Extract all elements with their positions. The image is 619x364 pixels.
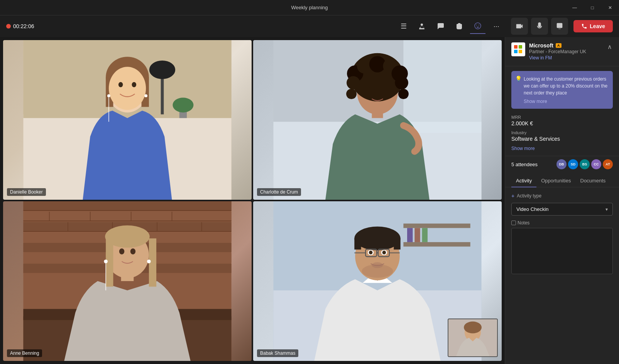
camera-button[interactable] bbox=[511, 18, 528, 35]
video-cell-danielle-booker: Danielle Booker bbox=[3, 40, 252, 200]
notes-label: Notes bbox=[511, 220, 613, 226]
add-activity-icon: + bbox=[511, 193, 514, 199]
partner-badge: A bbox=[556, 43, 561, 48]
svg-point-65 bbox=[147, 260, 151, 263]
svg-point-14 bbox=[132, 82, 137, 87]
close-button[interactable]: ✕ bbox=[601, 0, 619, 15]
tab-activity[interactable]: Activity bbox=[511, 174, 536, 187]
avatar-at[interactable]: AT bbox=[603, 159, 613, 169]
svg-point-88 bbox=[372, 262, 383, 268]
tab-documents[interactable]: Documents bbox=[576, 174, 611, 187]
svg-rect-36 bbox=[23, 201, 231, 211]
recording-badge: 00:22:06 bbox=[6, 23, 34, 29]
self-view-thumbnail bbox=[448, 318, 498, 357]
industry-value: Software & Services bbox=[511, 136, 613, 142]
svg-point-91 bbox=[464, 322, 482, 334]
video-grid: Danielle Booker bbox=[0, 37, 505, 364]
recording-time: 00:22:06 bbox=[13, 23, 34, 29]
company-subtitle: Partner - ForceManager UK bbox=[529, 49, 586, 54]
svg-point-0 bbox=[475, 23, 481, 29]
raise-hand-icon[interactable] bbox=[452, 19, 467, 34]
insight-show-more[interactable]: Show more bbox=[516, 99, 608, 104]
notes-checkbox[interactable] bbox=[511, 221, 516, 225]
reactions-icon[interactable] bbox=[470, 19, 485, 34]
svg-point-29 bbox=[347, 76, 360, 89]
view-fm-link[interactable]: View in FM bbox=[529, 55, 586, 61]
ms-logo-yellow bbox=[519, 50, 522, 53]
mrr-stat: MRR 2.000K € bbox=[511, 115, 613, 126]
ms-logo-green bbox=[519, 45, 522, 49]
maximize-button[interactable]: □ bbox=[583, 0, 601, 15]
svg-rect-72 bbox=[422, 228, 428, 242]
more-options-icon[interactable]: ··· bbox=[489, 19, 504, 34]
video-label-babak: Babak Shammas bbox=[257, 349, 298, 357]
video-label-danielle: Danielle Booker bbox=[7, 188, 46, 196]
svg-rect-76 bbox=[354, 238, 361, 249]
attendees-label: 5 attendees bbox=[511, 162, 538, 167]
chat-icon[interactable] bbox=[433, 19, 448, 34]
activity-dropdown-value: Video Checkin bbox=[516, 206, 549, 212]
toolbar-icons: ☰ ··· bbox=[396, 19, 504, 34]
collapse-button[interactable]: ∧ bbox=[607, 42, 613, 51]
svg-point-30 bbox=[395, 76, 408, 89]
svg-rect-37 bbox=[23, 212, 231, 221]
sidebar-panel: Microsoft A Partner - ForceManager UK Vi… bbox=[505, 37, 619, 364]
svg-point-60 bbox=[105, 226, 150, 248]
svg-point-34 bbox=[381, 86, 386, 92]
stats-show-more[interactable]: Show more bbox=[511, 146, 613, 151]
industry-label: Industry bbox=[511, 130, 613, 135]
svg-point-13 bbox=[118, 82, 123, 87]
minimize-button[interactable]: — bbox=[566, 0, 583, 15]
company-header: Microsoft A Partner - ForceManager UK Vi… bbox=[505, 37, 619, 66]
share-screen-button[interactable] bbox=[551, 18, 568, 35]
avatar-bs[interactable]: BS bbox=[580, 159, 590, 169]
activity-type-row: + Activity type bbox=[511, 193, 613, 199]
window-title: Weekly planning bbox=[291, 5, 328, 10]
main-content: Danielle Booker bbox=[0, 37, 619, 364]
toolbar: 00:22:06 ☰ ··· bbox=[0, 15, 619, 37]
avatar-db[interactable]: DB bbox=[556, 159, 567, 169]
tab-bar: Activity Opportunities Documents bbox=[505, 174, 619, 187]
svg-point-63 bbox=[104, 260, 108, 263]
lightbulb-icon: 💡 bbox=[515, 76, 522, 82]
video-cell-charlotte-de-crum: Charlotte de Crum bbox=[253, 40, 502, 200]
svg-point-61 bbox=[119, 248, 124, 254]
company-name: Microsoft A bbox=[529, 42, 586, 49]
insight-text: Looking at the customer previous orders … bbox=[516, 76, 608, 96]
avatar-cc[interactable]: CC bbox=[591, 159, 601, 169]
window-controls: — □ ✕ bbox=[566, 0, 619, 15]
video-cell-babak-shammas: Babak Shammas bbox=[253, 201, 502, 361]
participants-list-icon[interactable]: ☰ bbox=[396, 19, 411, 34]
notes-textarea[interactable] bbox=[511, 228, 613, 274]
ms-logo-red bbox=[514, 45, 518, 49]
video-label-charlotte: Charlotte de Crum bbox=[257, 188, 301, 196]
svg-point-75 bbox=[354, 226, 400, 250]
svg-point-17 bbox=[144, 94, 147, 98]
svg-point-7 bbox=[173, 98, 193, 113]
company-text: Microsoft A Partner - ForceManager UK Vi… bbox=[529, 42, 586, 61]
company-logo bbox=[511, 42, 525, 56]
svg-point-31 bbox=[346, 89, 357, 99]
svg-point-32 bbox=[398, 89, 409, 99]
svg-point-12 bbox=[109, 67, 146, 110]
activity-type-label: Activity type bbox=[517, 193, 541, 199]
recording-dot bbox=[6, 24, 11, 29]
svg-rect-77 bbox=[394, 238, 400, 249]
svg-point-33 bbox=[369, 86, 374, 92]
svg-rect-69 bbox=[403, 242, 470, 247]
insight-box: 💡 Looking at the customer previous order… bbox=[511, 71, 613, 109]
attendees-row: 5 attendees DB SD BS CC AT bbox=[505, 156, 619, 174]
svg-point-5 bbox=[149, 61, 175, 79]
people-icon[interactable] bbox=[414, 19, 430, 34]
activity-type-dropdown[interactable]: Video Checkin ▾ bbox=[511, 203, 613, 216]
avatar-sd[interactable]: SD bbox=[568, 159, 578, 169]
svg-rect-70 bbox=[407, 228, 413, 242]
mic-button[interactable] bbox=[531, 18, 548, 35]
svg-point-82 bbox=[382, 251, 386, 254]
tab-opportunities[interactable]: Opportunities bbox=[536, 174, 575, 187]
activity-content: + Activity type Video Checkin ▾ Notes bbox=[505, 187, 619, 364]
svg-point-26 bbox=[369, 56, 386, 72]
leave-button[interactable]: Leave bbox=[573, 20, 613, 32]
svg-point-15 bbox=[107, 94, 110, 98]
stats-section: MRR 2.000K € Industry Software & Service… bbox=[505, 113, 619, 156]
